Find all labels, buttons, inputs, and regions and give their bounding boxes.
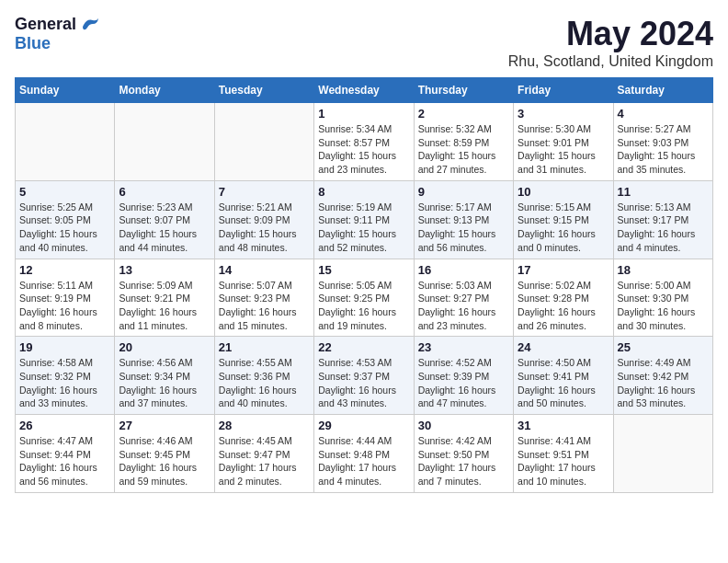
day-info: Sunrise: 4:47 AM Sunset: 9:44 PM Dayligh… — [19, 434, 110, 488]
day-info: Sunrise: 4:58 AM Sunset: 9:32 PM Dayligh… — [19, 356, 110, 410]
day-info: Sunrise: 5:34 AM Sunset: 8:57 PM Dayligh… — [318, 122, 409, 177]
logo: General Blue — [15, 15, 100, 53]
calendar-cell: 21Sunrise: 4:55 AM Sunset: 9:36 PM Dayli… — [214, 337, 313, 415]
day-number: 25 — [618, 340, 709, 354]
day-info: Sunrise: 4:55 AM Sunset: 9:36 PM Dayligh… — [219, 356, 310, 410]
day-info: Sunrise: 4:45 AM Sunset: 9:47 PM Dayligh… — [219, 434, 310, 488]
day-number: 16 — [418, 263, 509, 277]
calendar-cell — [613, 415, 712, 493]
day-number: 18 — [618, 263, 709, 277]
calendar-header-monday: Monday — [115, 78, 214, 103]
logo-bird-icon — [80, 17, 100, 33]
calendar-cell: 28Sunrise: 4:45 AM Sunset: 9:47 PM Dayli… — [214, 415, 313, 493]
page-header: General Blue May 2024 Rhu, Scotland, Uni… — [15, 15, 713, 70]
calendar-header-thursday: Thursday — [414, 78, 513, 103]
day-number: 2 — [418, 107, 509, 121]
day-number: 20 — [119, 340, 210, 354]
calendar-week-row: 1Sunrise: 5:34 AM Sunset: 8:57 PM Daylig… — [16, 103, 713, 181]
day-number: 5 — [19, 185, 110, 199]
calendar-cell: 10Sunrise: 5:15 AM Sunset: 9:15 PM Dayli… — [514, 180, 613, 259]
day-number: 13 — [119, 263, 210, 277]
day-number: 29 — [318, 419, 409, 432]
day-number: 10 — [518, 185, 609, 199]
calendar-header-saturday: Saturday — [613, 78, 712, 103]
day-info: Sunrise: 5:32 AM Sunset: 8:59 PM Dayligh… — [418, 122, 509, 177]
day-info: Sunrise: 4:42 AM Sunset: 9:50 PM Dayligh… — [418, 434, 509, 488]
calendar-week-row: 26Sunrise: 4:47 AM Sunset: 9:44 PM Dayli… — [16, 415, 713, 493]
day-info: Sunrise: 5:23 AM Sunset: 9:07 PM Dayligh… — [119, 201, 210, 255]
calendar-week-row: 5Sunrise: 5:25 AM Sunset: 9:05 PM Daylig… — [16, 180, 713, 259]
calendar-header-sunday: Sunday — [16, 78, 115, 103]
day-number: 15 — [318, 263, 409, 277]
calendar-cell: 12Sunrise: 5:11 AM Sunset: 9:19 PM Dayli… — [16, 259, 115, 337]
logo-general-text: General — [15, 15, 76, 34]
calendar-header-wednesday: Wednesday — [314, 78, 414, 103]
calendar-cell: 7Sunrise: 5:21 AM Sunset: 9:09 PM Daylig… — [214, 180, 313, 259]
day-info: Sunrise: 5:19 AM Sunset: 9:11 PM Dayligh… — [318, 201, 409, 255]
day-number: 26 — [19, 419, 110, 432]
day-number: 12 — [19, 263, 110, 277]
calendar-header-tuesday: Tuesday — [214, 78, 313, 103]
day-number: 7 — [219, 185, 310, 199]
day-info: Sunrise: 4:52 AM Sunset: 9:39 PM Dayligh… — [418, 356, 509, 410]
calendar-cell — [214, 103, 313, 181]
logo-blue-text: Blue — [15, 34, 51, 52]
day-info: Sunrise: 5:27 AM Sunset: 9:03 PM Dayligh… — [618, 122, 709, 177]
calendar-cell: 16Sunrise: 5:03 AM Sunset: 9:27 PM Dayli… — [414, 259, 513, 337]
calendar-cell: 17Sunrise: 5:02 AM Sunset: 9:28 PM Dayli… — [514, 259, 613, 337]
calendar-cell — [16, 103, 115, 181]
day-number: 1 — [318, 107, 409, 121]
day-info: Sunrise: 4:56 AM Sunset: 9:34 PM Dayligh… — [119, 356, 210, 410]
day-info: Sunrise: 5:17 AM Sunset: 9:13 PM Dayligh… — [418, 201, 509, 255]
day-number: 28 — [219, 419, 310, 432]
calendar-cell: 22Sunrise: 4:53 AM Sunset: 9:37 PM Dayli… — [314, 337, 414, 415]
day-info: Sunrise: 5:09 AM Sunset: 9:21 PM Dayligh… — [119, 279, 210, 333]
day-info: Sunrise: 5:02 AM Sunset: 9:28 PM Dayligh… — [518, 279, 609, 333]
day-number: 27 — [119, 419, 210, 432]
day-number: 14 — [219, 263, 310, 277]
day-number: 8 — [318, 185, 409, 199]
day-number: 21 — [219, 340, 310, 354]
calendar-cell: 29Sunrise: 4:44 AM Sunset: 9:48 PM Dayli… — [314, 415, 414, 493]
calendar-cell: 9Sunrise: 5:17 AM Sunset: 9:13 PM Daylig… — [414, 180, 513, 259]
day-number: 17 — [518, 263, 609, 277]
day-info: Sunrise: 4:50 AM Sunset: 9:41 PM Dayligh… — [518, 356, 609, 410]
day-info: Sunrise: 5:25 AM Sunset: 9:05 PM Dayligh… — [19, 201, 110, 255]
calendar-cell: 25Sunrise: 4:49 AM Sunset: 9:42 PM Dayli… — [613, 337, 712, 415]
day-info: Sunrise: 5:07 AM Sunset: 9:23 PM Dayligh… — [219, 279, 310, 333]
day-info: Sunrise: 4:46 AM Sunset: 9:45 PM Dayligh… — [119, 434, 210, 488]
day-number: 9 — [418, 185, 509, 199]
calendar-cell: 20Sunrise: 4:56 AM Sunset: 9:34 PM Dayli… — [115, 337, 214, 415]
calendar-cell: 1Sunrise: 5:34 AM Sunset: 8:57 PM Daylig… — [314, 103, 414, 181]
calendar-week-row: 19Sunrise: 4:58 AM Sunset: 9:32 PM Dayli… — [16, 337, 713, 415]
day-number: 3 — [518, 107, 609, 121]
calendar-cell: 30Sunrise: 4:42 AM Sunset: 9:50 PM Dayli… — [414, 415, 513, 493]
calendar-cell: 27Sunrise: 4:46 AM Sunset: 9:45 PM Dayli… — [115, 415, 214, 493]
calendar-week-row: 12Sunrise: 5:11 AM Sunset: 9:19 PM Dayli… — [16, 259, 713, 337]
day-number: 19 — [19, 340, 110, 354]
calendar-cell: 8Sunrise: 5:19 AM Sunset: 9:11 PM Daylig… — [314, 180, 414, 259]
day-info: Sunrise: 5:13 AM Sunset: 9:17 PM Dayligh… — [618, 201, 709, 255]
calendar-cell: 4Sunrise: 5:27 AM Sunset: 9:03 PM Daylig… — [613, 103, 712, 181]
day-info: Sunrise: 5:05 AM Sunset: 9:25 PM Dayligh… — [318, 279, 409, 333]
calendar-cell: 24Sunrise: 4:50 AM Sunset: 9:41 PM Dayli… — [514, 337, 613, 415]
calendar-cell: 18Sunrise: 5:00 AM Sunset: 9:30 PM Dayli… — [613, 259, 712, 337]
month-year-title: May 2024 — [508, 15, 713, 53]
day-info: Sunrise: 4:44 AM Sunset: 9:48 PM Dayligh… — [318, 434, 409, 488]
calendar-header-friday: Friday — [514, 78, 613, 103]
calendar-cell: 19Sunrise: 4:58 AM Sunset: 9:32 PM Dayli… — [16, 337, 115, 415]
day-number: 23 — [418, 340, 509, 354]
day-info: Sunrise: 4:53 AM Sunset: 9:37 PM Dayligh… — [318, 356, 409, 410]
calendar-cell: 13Sunrise: 5:09 AM Sunset: 9:21 PM Dayli… — [115, 259, 214, 337]
day-number: 22 — [318, 340, 409, 354]
day-info: Sunrise: 5:03 AM Sunset: 9:27 PM Dayligh… — [418, 279, 509, 333]
location-subtitle: Rhu, Scotland, United Kingdom — [508, 53, 713, 70]
calendar-cell: 31Sunrise: 4:41 AM Sunset: 9:51 PM Dayli… — [514, 415, 613, 493]
day-number: 30 — [418, 419, 509, 432]
day-info: Sunrise: 5:11 AM Sunset: 9:19 PM Dayligh… — [19, 279, 110, 333]
day-info: Sunrise: 5:15 AM Sunset: 9:15 PM Dayligh… — [518, 201, 609, 255]
calendar-cell: 5Sunrise: 5:25 AM Sunset: 9:05 PM Daylig… — [16, 180, 115, 259]
calendar-cell: 2Sunrise: 5:32 AM Sunset: 8:59 PM Daylig… — [414, 103, 513, 181]
calendar-cell: 6Sunrise: 5:23 AM Sunset: 9:07 PM Daylig… — [115, 180, 214, 259]
day-number: 24 — [518, 340, 609, 354]
